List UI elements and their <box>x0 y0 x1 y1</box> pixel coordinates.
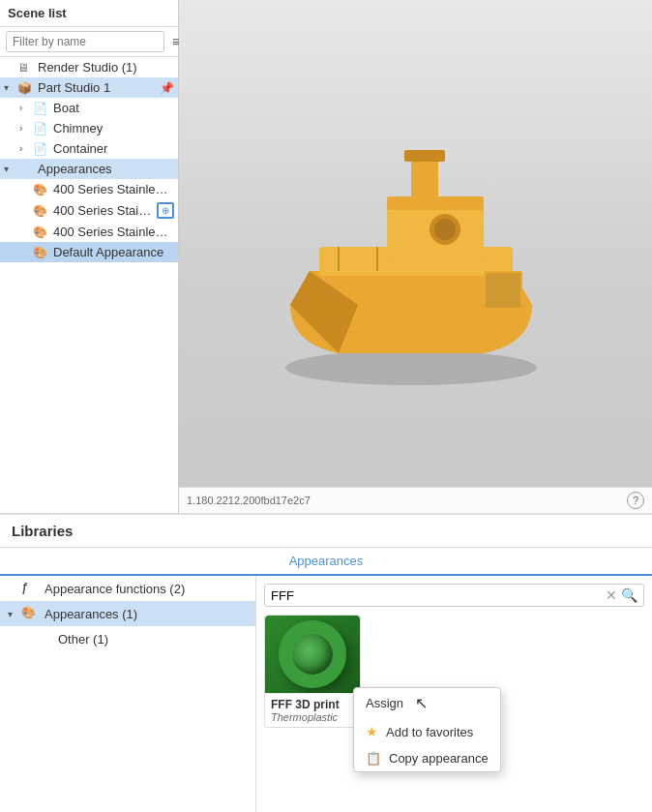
svg-rect-4 <box>411 155 438 208</box>
tree-label-part-studio: Part Studio 1 <box>38 80 110 95</box>
lib-label-other: Other (1) <box>58 632 108 647</box>
lib-icon-other <box>35 631 54 647</box>
copy-appearance-label: Copy appearance <box>389 751 489 766</box>
svg-point-0 <box>285 350 537 385</box>
tree-item-stainless2[interactable]: 🎨 400 Series Stainless... ⊕ <box>0 199 178 222</box>
libraries-tabs: Appearances <box>0 548 652 576</box>
context-menu-item-copy-appearance[interactable]: 📋 Copy appearance <box>354 745 500 771</box>
version-bar: 1.180.2212.200fbd17e2c7 ? <box>179 487 652 513</box>
svg-rect-5 <box>404 150 445 162</box>
scene-list-header: Scene list <box>0 0 178 27</box>
filter-bar: ≡ <box>0 27 178 57</box>
container-icon: 📄 <box>33 142 50 156</box>
libraries-main: ✕ 🔍 FFF 3D print Thermoplastic Assign ↖ <box>256 576 652 812</box>
star-icon: ★ <box>366 724 378 739</box>
tree-label-container: Container <box>53 141 107 156</box>
search-clear-icon[interactable]: ✕ <box>606 587 617 603</box>
tree-item-container[interactable]: › 📄 Container <box>0 138 178 159</box>
lib-label-functions: Appearance functions (2) <box>44 582 185 596</box>
scene-list-panel: Scene list ≡ 🖥 Render Studio (1) ▾ 📦 Par… <box>0 0 179 513</box>
target-icon[interactable]: ⊕ <box>157 202 174 219</box>
tree-item-part-studio[interactable]: ▾ 📦 Part Studio 1 📌 <box>0 77 178 98</box>
stainless1-icon: 🎨 <box>33 183 50 196</box>
stainless2-icon: 🎨 <box>33 204 50 218</box>
tree-arrow-part-studio: ▾ <box>4 82 17 93</box>
chimney-icon: 📄 <box>33 122 50 135</box>
lib-arrow-appearances: ▾ <box>8 609 21 619</box>
assign-label: Assign <box>366 696 403 710</box>
product-image <box>265 616 360 693</box>
tree-label-appearances: Appearances <box>38 162 112 176</box>
tree-label-chimney: Chimney <box>53 121 103 135</box>
lib-icon-appearances: 🎨 <box>21 606 41 621</box>
add-favorites-label: Add to favorites <box>386 725 473 739</box>
tree-label-stainless1: 400 Series Stainless... <box>53 182 174 196</box>
tree-item-render-studio[interactable]: 🖥 Render Studio (1) <box>0 57 178 77</box>
libraries-sidebar: ƒ Appearance functions (2) ▾ 🎨 Appearanc… <box>0 576 256 812</box>
tree-item-appearances[interactable]: ▾ Appearances <box>0 159 178 179</box>
help-icon[interactable]: ? <box>627 492 644 509</box>
lib-item-appearances[interactable]: ▾ 🎨 Appearances (1) <box>0 601 255 626</box>
lib-item-other[interactable]: Other (1) <box>0 626 255 651</box>
product-name: FFF 3D print <box>271 698 354 711</box>
boat-model <box>261 111 571 402</box>
tree-label-stainless3: 400 Series Stainless... <box>53 225 174 239</box>
tree-label-default-appearance: Default Appearance <box>53 245 163 259</box>
product-info: FFF 3D print Thermoplastic <box>265 693 360 727</box>
lib-label-appearances: Appearances (1) <box>44 607 137 621</box>
context-menu-item-add-to-favorites[interactable]: ★ Add to favorites <box>354 718 500 745</box>
part-studio-icon: 📦 <box>17 81 35 95</box>
libraries-content: ƒ Appearance functions (2) ▾ 🎨 Appearanc… <box>0 576 652 812</box>
tree-item-boat[interactable]: › 📄 Boat <box>0 98 178 118</box>
version-text: 1.180.2212.200fbd17e2c7 <box>187 495 311 506</box>
lib-item-appearance-functions[interactable]: ƒ Appearance functions (2) <box>0 576 255 601</box>
boat-icon: 📄 <box>33 102 50 115</box>
tree-label-render-studio: Render Studio (1) <box>38 60 137 75</box>
context-menu-item-assign[interactable]: Assign ↖ <box>354 688 500 718</box>
search-input[interactable] <box>271 588 606 603</box>
appearances-group-icon <box>17 163 35 176</box>
search-bar: ✕ 🔍 <box>264 584 644 607</box>
pin-icon: 📌 <box>160 81 174 95</box>
tree-arrow-container: › <box>19 143 33 154</box>
filament-icon <box>279 620 346 688</box>
tree-item-chimney[interactable]: › 📄 Chimney <box>0 118 178 138</box>
stainless3-icon: 🎨 <box>33 226 50 239</box>
product-subtitle: Thermoplastic <box>271 711 354 723</box>
cursor-indicator: ↖ <box>415 694 428 712</box>
tree-label-boat: Boat <box>53 101 79 115</box>
tree-item-default-appearance[interactable]: 🎨 Default Appearance <box>0 242 178 262</box>
context-menu: Assign ↖ ★ Add to favorites 📋 Copy appea… <box>353 687 501 772</box>
tree-label-stainless2: 400 Series Stainless... <box>53 203 157 218</box>
product-card[interactable]: FFF 3D print Thermoplastic <box>264 615 361 728</box>
libraries-header: Libraries <box>0 515 652 548</box>
svg-point-7 <box>434 219 456 240</box>
tree-arrow-appearances: ▾ <box>4 164 17 174</box>
filter-input[interactable] <box>6 31 164 52</box>
search-icon[interactable]: 🔍 <box>621 587 637 603</box>
tree-item-stainless1[interactable]: 🎨 400 Series Stainless... <box>0 179 178 199</box>
3d-viewport[interactable]: 1.180.2212.200fbd17e2c7 ? <box>179 0 652 513</box>
default-appearance-icon: 🎨 <box>33 246 50 259</box>
render-studio-icon: 🖥 <box>17 61 35 75</box>
lib-icon-functions: ƒ <box>21 581 41 596</box>
svg-rect-9 <box>486 273 520 308</box>
copy-icon: 📋 <box>366 751 381 766</box>
tree-arrow-boat: › <box>19 103 33 113</box>
tree-item-stainless3[interactable]: 🎨 400 Series Stainless... <box>0 222 178 242</box>
libraries-section: Libraries Appearances ƒ Appearance funct… <box>0 513 652 812</box>
scene-tree: 🖥 Render Studio (1) ▾ 📦 Part Studio 1 📌 … <box>0 57 178 513</box>
tab-appearances[interactable]: Appearances <box>270 548 383 576</box>
tree-arrow-chimney: › <box>19 123 33 134</box>
